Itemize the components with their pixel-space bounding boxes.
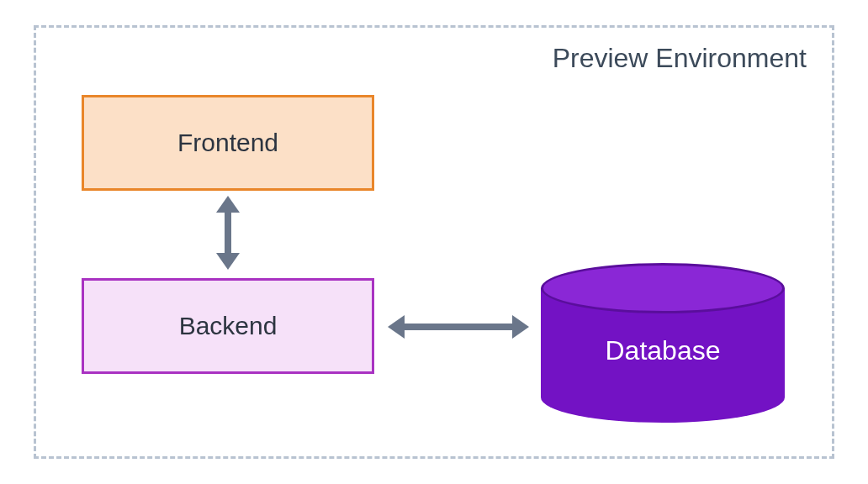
arrow-frontend-backend [223, 196, 233, 270]
environment-container: Preview Environment Frontend Backend Dat… [34, 25, 834, 459]
arrow-line [400, 324, 517, 330]
backend-node: Backend [82, 278, 374, 374]
frontend-label: Frontend [177, 129, 278, 157]
database-label: Database [541, 263, 785, 423]
backend-label: Backend [179, 312, 278, 340]
arrow-line [225, 208, 231, 258]
arrowhead-down-icon [216, 253, 240, 270]
frontend-node: Frontend [82, 95, 374, 191]
arrow-backend-database [388, 322, 529, 332]
environment-title: Preview Environment [553, 43, 807, 74]
arrowhead-right-icon [512, 315, 529, 339]
database-node: Database [541, 263, 785, 423]
